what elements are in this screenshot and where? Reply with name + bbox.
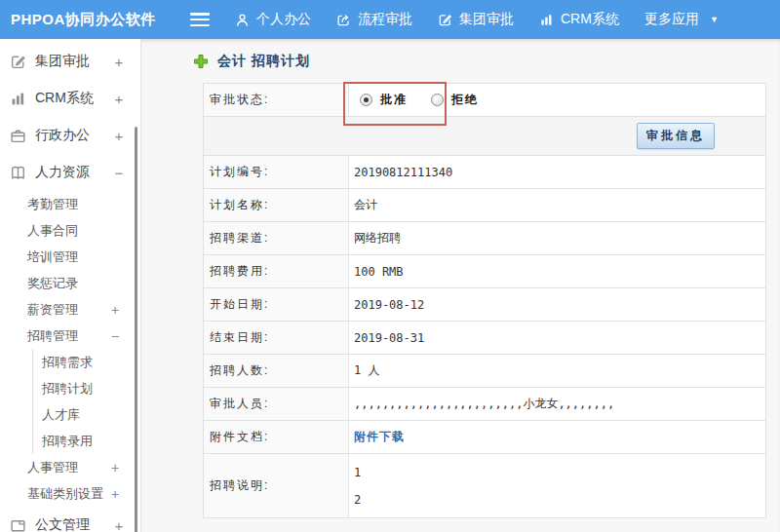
expand-icon[interactable]: +	[112, 517, 126, 532]
sidebar-item-human-resources[interactable]: 人力资源 −	[0, 154, 140, 191]
sidebar-item-official-docs[interactable]: 公文管理 +	[0, 507, 140, 532]
sidebar-item-rewards[interactable]: 奖惩记录	[0, 270, 140, 296]
add-icon	[193, 54, 209, 69]
top-menu: 个人办公 流程审批 集团审批 CRM系统 更多应用 ▼	[235, 11, 719, 28]
radio-approve-circle[interactable]	[360, 94, 372, 106]
briefcase-icon	[10, 128, 26, 144]
sidebar-item-base-category[interactable]: 基础类别设置 +	[0, 480, 140, 507]
recruit-plan-form: 审批状态: 批准 拒绝 审批信息	[203, 83, 766, 518]
recruit-description-value: 1 2	[349, 454, 765, 517]
start-date-value: 2019-08-12	[349, 288, 765, 321]
page-header: 会计 招聘计划	[141, 39, 780, 83]
sidebar-item-talent-pool[interactable]: 人才库	[33, 401, 140, 428]
expand-icon[interactable]: +	[112, 128, 126, 144]
sidebar-item-attendance[interactable]: 考勤管理	[0, 191, 140, 217]
app-logo: PHPOA协同办公软件	[0, 11, 190, 29]
page-title: 会计 招聘计划	[217, 53, 310, 70]
sidebar-item-admin-office[interactable]: 行政办公 +	[0, 117, 140, 154]
recruit-cost-value: 100 RMB	[349, 255, 765, 287]
collapse-icon[interactable]: −	[108, 328, 122, 344]
process-icon	[336, 13, 351, 27]
table-row: 附件文档: 附件下载	[204, 421, 765, 454]
chevron-down-icon: ▼	[710, 15, 719, 24]
expand-icon[interactable]: +	[108, 486, 122, 502]
radio-approve[interactable]: 批准	[360, 92, 408, 108]
document-icon	[10, 517, 26, 532]
expand-icon[interactable]: +	[112, 91, 126, 107]
sidebar-item-recruit-demand[interactable]: 招聘需求	[33, 349, 140, 375]
bar-chart-icon	[539, 13, 554, 27]
sidebar-scrollbar[interactable]	[135, 127, 137, 532]
headcount-value: 1 人	[349, 355, 765, 387]
table-row: 开始日期: 2019-08-12	[204, 288, 765, 322]
sidebar-item-training[interactable]: 培训管理	[0, 244, 140, 270]
sidebar-item-crm-system[interactable]: CRM系统 +	[0, 80, 140, 117]
main-content: 会计 招聘计划 审批状态: 批准 拒绝	[141, 39, 780, 532]
attachment-download-link[interactable]: 附件下载	[354, 429, 405, 445]
nav-process-approval[interactable]: 流程审批	[336, 11, 412, 28]
table-row: 结束日期: 2019-08-31	[204, 322, 765, 355]
status-label: 审批状态:	[204, 84, 349, 116]
expand-icon[interactable]: +	[112, 54, 126, 70]
recruit-channel-value: 网络招聘	[349, 222, 765, 254]
approval-status-radios: 批准 拒绝	[354, 92, 479, 108]
table-row: 审批人员: ,,,,,,,,,,,,,,,,,,,,,,,,小龙女,,,,,,,…	[204, 388, 765, 421]
table-row: 计划名称: 会计	[204, 189, 765, 222]
table-row: 招聘说明: 1 2	[204, 454, 765, 518]
expand-icon[interactable]: +	[108, 460, 122, 475]
radio-reject[interactable]: 拒绝	[431, 92, 479, 108]
bar-chart-icon	[10, 91, 26, 107]
sidebar-item-recruit-plan[interactable]: 招聘计划	[33, 375, 140, 401]
edit-icon	[438, 13, 452, 27]
nav-group-approval[interactable]: 集团审批	[438, 11, 514, 28]
app-window: PHPOA协同办公软件 个人办公 流程审批 集团审批 CRM系统 更多应用 ▼	[0, 0, 780, 532]
plan-name-value: 会计	[349, 189, 765, 221]
sidebar-item-recruit-hire[interactable]: 招聘录用	[33, 428, 140, 454]
table-row: 招聘渠道: 网络招聘	[204, 222, 765, 255]
book-icon	[10, 165, 26, 181]
sidebar-item-hr-contract[interactable]: 人事合同	[0, 217, 140, 244]
edit-icon	[10, 54, 26, 70]
sidebar-item-personnel[interactable]: 人事管理 +	[0, 454, 140, 480]
sidebar-item-salary[interactable]: 薪资管理 +	[0, 296, 140, 323]
nav-personal-office[interactable]: 个人办公	[235, 11, 311, 28]
top-navbar: PHPOA协同办公软件 个人办公 流程审批 集团审批 CRM系统 更多应用 ▼	[0, 0, 780, 39]
table-row: 招聘人数: 1 人	[204, 355, 765, 388]
expand-icon[interactable]: +	[108, 302, 122, 318]
nav-more-apps[interactable]: 更多应用 ▼	[644, 11, 719, 28]
radio-reject-circle[interactable]	[431, 94, 444, 106]
user-icon	[235, 13, 250, 27]
button-row: 审批信息	[204, 117, 765, 156]
collapse-icon[interactable]: −	[112, 165, 126, 181]
recruit-submenu: 招聘需求 招聘计划 人才库 招聘录用	[32, 349, 140, 454]
approvers-value: ,,,,,,,,,,,,,,,,,,,,,,,,小龙女,,,,,,,,	[349, 388, 765, 420]
status-row: 审批状态: 批准 拒绝	[204, 84, 765, 117]
approve-info-button[interactable]: 审批信息	[637, 123, 715, 149]
sidebar-item-recruit-mgmt[interactable]: 招聘管理 −	[0, 323, 140, 349]
end-date-value: 2019-08-31	[349, 322, 765, 354]
plan-number-value: 20190812111340	[349, 156, 765, 188]
nav-crm-system[interactable]: CRM系统	[539, 11, 619, 28]
sidebar: 集团审批 + CRM系统 + 行政办公 + 人力资源 − 考勤管理 人事合同 培…	[0, 39, 141, 532]
sidebar-item-group-approval[interactable]: 集团审批 +	[0, 43, 140, 80]
table-row: 计划编号: 20190812111340	[204, 156, 765, 189]
table-row: 招聘费用: 100 RMB	[204, 255, 765, 288]
menu-icon[interactable]	[190, 13, 210, 26]
